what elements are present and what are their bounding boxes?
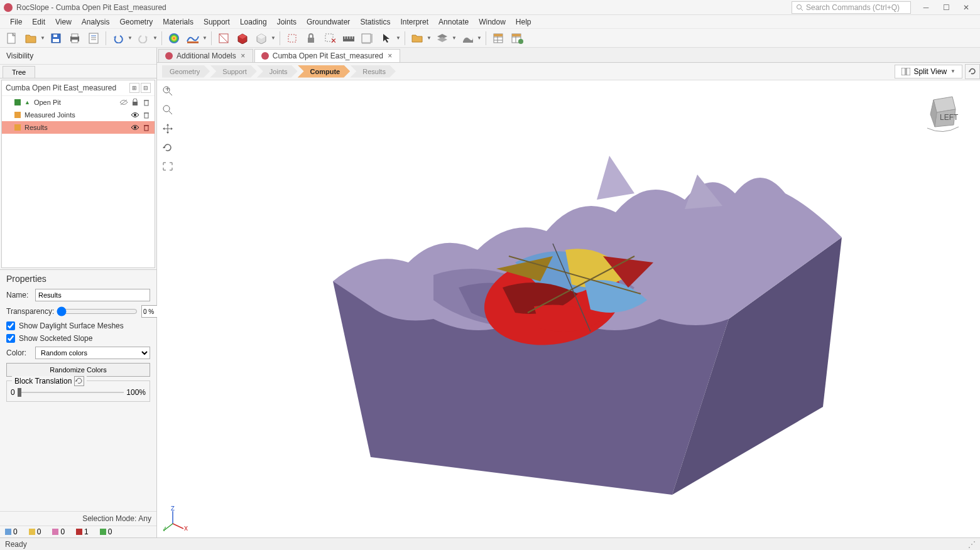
dropdown-icon[interactable]: ▼ bbox=[153, 35, 158, 41]
trash-icon[interactable] bbox=[142, 98, 151, 107]
view-tools: + bbox=[161, 84, 175, 173]
expand-all-icon[interactable]: ⊞ bbox=[129, 83, 139, 93]
menu-view[interactable]: View bbox=[50, 16, 77, 28]
tree-item-open-pit[interactable]: ▲ Open Pit bbox=[2, 96, 155, 109]
transparency-slider[interactable] bbox=[57, 306, 138, 316]
render-button[interactable] bbox=[459, 30, 476, 46]
menu-statistics[interactable]: Statistics bbox=[355, 16, 395, 28]
visibility-on-icon[interactable] bbox=[131, 111, 139, 119]
randomize-colors-button[interactable]: Randomize Colors bbox=[6, 363, 150, 377]
lock-button[interactable] bbox=[303, 30, 319, 46]
wf-step-joints[interactable]: Joints bbox=[257, 65, 298, 78]
new-file-button[interactable] bbox=[4, 30, 20, 46]
menu-joints[interactable]: Joints bbox=[272, 16, 302, 28]
block-button[interactable] bbox=[234, 30, 251, 46]
tree-item-results[interactable]: Results bbox=[2, 121, 155, 134]
visibility-on-icon[interactable] bbox=[131, 123, 139, 132]
select-tool-button[interactable] bbox=[215, 30, 232, 46]
counter-icon bbox=[29, 529, 35, 535]
refresh-icon[interactable] bbox=[74, 376, 84, 386]
dropdown-icon[interactable]: ▼ bbox=[477, 35, 482, 41]
dimension-button[interactable] bbox=[359, 30, 376, 46]
show-socketed-checkbox[interactable] bbox=[6, 334, 15, 343]
menu-materials[interactable]: Materials bbox=[158, 16, 199, 28]
dropdown-icon[interactable]: ▼ bbox=[396, 35, 401, 41]
data-table-button[interactable] bbox=[509, 30, 525, 46]
name-input[interactable] bbox=[35, 289, 150, 301]
dropdown-icon[interactable]: ▼ bbox=[271, 35, 276, 41]
menu-window[interactable]: Window bbox=[474, 16, 511, 28]
dropdown-icon[interactable]: ▼ bbox=[427, 35, 432, 41]
visibility-tree[interactable]: Cumba Open Pit East_measured ⊞ ⊟ ▲ Open … bbox=[1, 80, 155, 268]
menu-annotate[interactable]: Annotate bbox=[433, 16, 474, 28]
slider-min-label: 0 bbox=[11, 388, 15, 397]
cube-button[interactable] bbox=[253, 30, 270, 46]
maximize-button[interactable]: ☐ bbox=[936, 0, 956, 15]
measure-button[interactable] bbox=[340, 30, 357, 46]
undo-button[interactable] bbox=[110, 30, 126, 46]
rotate-icon[interactable] bbox=[161, 141, 175, 154]
dropdown-icon[interactable]: ▼ bbox=[40, 35, 45, 41]
delete-selection-button[interactable]: ✕ bbox=[322, 30, 338, 46]
save-button[interactable] bbox=[48, 30, 64, 46]
tree-item-measured-joints[interactable]: Measured Joints bbox=[2, 109, 155, 121]
report-button[interactable] bbox=[85, 30, 102, 46]
close-button[interactable]: ✕ bbox=[956, 0, 976, 15]
menu-edit[interactable]: Edit bbox=[27, 16, 50, 28]
show-daylight-checkbox[interactable] bbox=[6, 321, 15, 330]
menu-geometry[interactable]: Geometry bbox=[115, 16, 158, 28]
3d-canvas[interactable]: + bbox=[157, 80, 980, 537]
tree-root[interactable]: Cumba Open Pit East_measured ⊞ ⊟ bbox=[2, 80, 155, 96]
tree-tab[interactable]: Tree bbox=[3, 66, 35, 78]
stereonet-button[interactable] bbox=[166, 30, 182, 46]
pan-icon[interactable] bbox=[161, 122, 175, 136]
doc-tab-additional-models[interactable]: Additional Models × bbox=[158, 49, 253, 62]
dropdown-icon[interactable]: ▼ bbox=[202, 35, 207, 41]
open-file-button[interactable] bbox=[23, 30, 39, 46]
layers-button[interactable] bbox=[434, 30, 450, 46]
color-select[interactable]: Random colors bbox=[35, 347, 150, 359]
lock-icon[interactable] bbox=[131, 98, 139, 107]
print-button[interactable] bbox=[67, 30, 83, 46]
zoom-icon[interactable] bbox=[161, 103, 175, 117]
nav-cube[interactable]: LEFT bbox=[921, 90, 965, 134]
close-tab-icon[interactable]: × bbox=[387, 51, 393, 60]
refresh-view-button[interactable] bbox=[965, 64, 980, 79]
trash-icon[interactable] bbox=[142, 123, 151, 132]
menu-file[interactable]: File bbox=[5, 16, 27, 28]
wf-step-results[interactable]: Results bbox=[350, 65, 396, 78]
menu-analysis[interactable]: Analysis bbox=[77, 16, 115, 28]
split-view-dropdown[interactable]: Split View ▼ bbox=[895, 65, 962, 78]
search-commands-input[interactable]: Search Commands (Ctrl+Q) bbox=[792, 1, 911, 14]
menu-support[interactable]: Support bbox=[199, 16, 235, 28]
wf-step-compute[interactable]: Compute bbox=[298, 65, 351, 78]
menu-interpret[interactable]: Interpret bbox=[395, 16, 433, 28]
menu-groundwater[interactable]: Groundwater bbox=[302, 16, 355, 28]
visibility-off-icon[interactable] bbox=[119, 98, 128, 107]
select-rect-button[interactable] bbox=[284, 30, 300, 46]
dropdown-icon[interactable]: ▼ bbox=[452, 35, 457, 41]
trash-icon[interactable] bbox=[142, 111, 151, 119]
folder-tool-button[interactable] bbox=[409, 30, 425, 46]
zoom-window-icon[interactable]: + bbox=[161, 84, 175, 98]
dropdown-icon[interactable]: ▼ bbox=[128, 35, 133, 41]
svg-point-54 bbox=[163, 105, 170, 112]
viewport: Additional Models × Cumba Open Pit East_… bbox=[157, 48, 980, 537]
minimize-button[interactable]: ─ bbox=[916, 0, 936, 15]
doc-tab-cumba[interactable]: Cumba Open Pit East_measured × bbox=[254, 49, 400, 62]
menu-help[interactable]: Help bbox=[511, 16, 536, 28]
wf-step-geometry[interactable]: Geometry bbox=[162, 65, 210, 78]
wf-step-support[interactable]: Support bbox=[210, 65, 257, 78]
redo-button[interactable] bbox=[135, 30, 151, 46]
menu-loading[interactable]: Loading bbox=[235, 16, 272, 28]
contour-button[interactable] bbox=[185, 30, 201, 46]
fit-icon[interactable] bbox=[161, 159, 175, 173]
resize-grip-icon[interactable]: ⋰ bbox=[968, 540, 975, 549]
table-button[interactable] bbox=[490, 30, 506, 46]
properties-title: Properties bbox=[6, 274, 150, 284]
close-tab-icon[interactable]: × bbox=[240, 51, 246, 60]
collapse-all-icon[interactable]: ⊟ bbox=[141, 83, 151, 93]
pointer-button[interactable] bbox=[378, 30, 395, 46]
block-translation-slider[interactable] bbox=[18, 387, 124, 397]
axis-gizmo[interactable]: z x y bbox=[163, 506, 188, 531]
